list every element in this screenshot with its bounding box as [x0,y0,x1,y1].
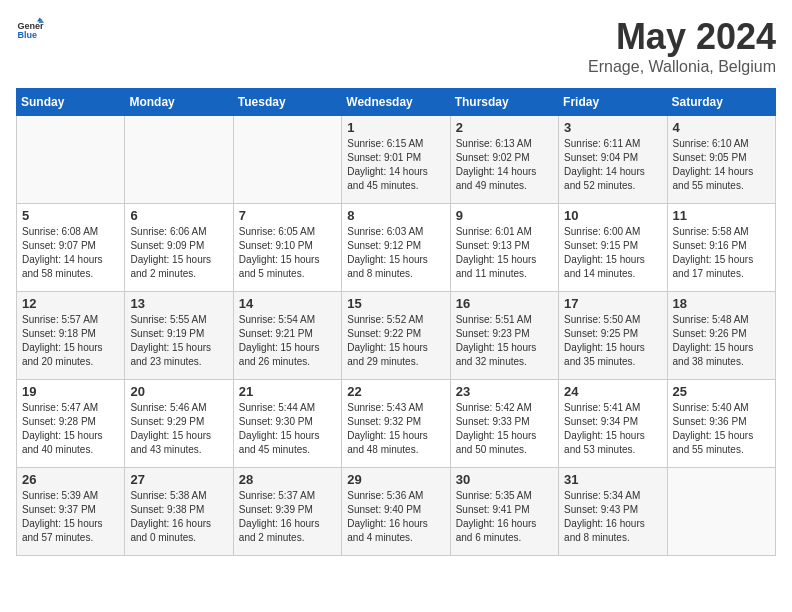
day-info: Sunrise: 6:15 AM Sunset: 9:01 PM Dayligh… [347,137,444,193]
calendar-day-cell: 24Sunrise: 5:41 AM Sunset: 9:34 PM Dayli… [559,380,667,468]
calendar-week-row: 26Sunrise: 5:39 AM Sunset: 9:37 PM Dayli… [17,468,776,556]
day-number: 15 [347,296,444,311]
calendar-day-cell: 2Sunrise: 6:13 AM Sunset: 9:02 PM Daylig… [450,116,558,204]
day-info: Sunrise: 6:10 AM Sunset: 9:05 PM Dayligh… [673,137,770,193]
day-info: Sunrise: 5:43 AM Sunset: 9:32 PM Dayligh… [347,401,444,457]
day-info: Sunrise: 6:08 AM Sunset: 9:07 PM Dayligh… [22,225,119,281]
day-number: 31 [564,472,661,487]
logo: General Blue [16,16,44,44]
weekday-header-row: SundayMondayTuesdayWednesdayThursdayFrid… [17,89,776,116]
calendar-day-cell: 19Sunrise: 5:47 AM Sunset: 9:28 PM Dayli… [17,380,125,468]
day-info: Sunrise: 5:58 AM Sunset: 9:16 PM Dayligh… [673,225,770,281]
day-number: 28 [239,472,336,487]
weekday-header-tuesday: Tuesday [233,89,341,116]
day-info: Sunrise: 6:01 AM Sunset: 9:13 PM Dayligh… [456,225,553,281]
calendar-day-cell [125,116,233,204]
day-info: Sunrise: 5:46 AM Sunset: 9:29 PM Dayligh… [130,401,227,457]
calendar-day-cell: 31Sunrise: 5:34 AM Sunset: 9:43 PM Dayli… [559,468,667,556]
day-info: Sunrise: 5:35 AM Sunset: 9:41 PM Dayligh… [456,489,553,545]
day-number: 6 [130,208,227,223]
day-number: 30 [456,472,553,487]
day-info: Sunrise: 5:54 AM Sunset: 9:21 PM Dayligh… [239,313,336,369]
calendar-day-cell: 27Sunrise: 5:38 AM Sunset: 9:38 PM Dayli… [125,468,233,556]
calendar-week-row: 19Sunrise: 5:47 AM Sunset: 9:28 PM Dayli… [17,380,776,468]
day-info: Sunrise: 5:36 AM Sunset: 9:40 PM Dayligh… [347,489,444,545]
calendar-day-cell: 7Sunrise: 6:05 AM Sunset: 9:10 PM Daylig… [233,204,341,292]
day-number: 11 [673,208,770,223]
day-info: Sunrise: 6:06 AM Sunset: 9:09 PM Dayligh… [130,225,227,281]
calendar-day-cell: 28Sunrise: 5:37 AM Sunset: 9:39 PM Dayli… [233,468,341,556]
calendar-week-row: 5Sunrise: 6:08 AM Sunset: 9:07 PM Daylig… [17,204,776,292]
day-number: 10 [564,208,661,223]
calendar-day-cell: 23Sunrise: 5:42 AM Sunset: 9:33 PM Dayli… [450,380,558,468]
calendar-day-cell: 13Sunrise: 5:55 AM Sunset: 9:19 PM Dayli… [125,292,233,380]
calendar-day-cell: 12Sunrise: 5:57 AM Sunset: 9:18 PM Dayli… [17,292,125,380]
calendar-day-cell: 1Sunrise: 6:15 AM Sunset: 9:01 PM Daylig… [342,116,450,204]
calendar-day-cell: 20Sunrise: 5:46 AM Sunset: 9:29 PM Dayli… [125,380,233,468]
calendar-week-row: 12Sunrise: 5:57 AM Sunset: 9:18 PM Dayli… [17,292,776,380]
day-info: Sunrise: 5:38 AM Sunset: 9:38 PM Dayligh… [130,489,227,545]
logo-icon: General Blue [16,16,44,44]
calendar-day-cell: 26Sunrise: 5:39 AM Sunset: 9:37 PM Dayli… [17,468,125,556]
calendar-day-cell: 22Sunrise: 5:43 AM Sunset: 9:32 PM Dayli… [342,380,450,468]
day-info: Sunrise: 5:51 AM Sunset: 9:23 PM Dayligh… [456,313,553,369]
calendar-day-cell [667,468,775,556]
day-number: 24 [564,384,661,399]
day-number: 27 [130,472,227,487]
day-info: Sunrise: 5:57 AM Sunset: 9:18 PM Dayligh… [22,313,119,369]
day-number: 13 [130,296,227,311]
day-number: 29 [347,472,444,487]
day-number: 18 [673,296,770,311]
day-number: 23 [456,384,553,399]
calendar-day-cell: 14Sunrise: 5:54 AM Sunset: 9:21 PM Dayli… [233,292,341,380]
calendar-day-cell: 30Sunrise: 5:35 AM Sunset: 9:41 PM Dayli… [450,468,558,556]
day-number: 4 [673,120,770,135]
day-info: Sunrise: 6:03 AM Sunset: 9:12 PM Dayligh… [347,225,444,281]
day-info: Sunrise: 5:55 AM Sunset: 9:19 PM Dayligh… [130,313,227,369]
calendar-day-cell: 6Sunrise: 6:06 AM Sunset: 9:09 PM Daylig… [125,204,233,292]
day-number: 8 [347,208,444,223]
calendar-day-cell: 16Sunrise: 5:51 AM Sunset: 9:23 PM Dayli… [450,292,558,380]
weekday-header-wednesday: Wednesday [342,89,450,116]
day-number: 14 [239,296,336,311]
calendar-day-cell: 18Sunrise: 5:48 AM Sunset: 9:26 PM Dayli… [667,292,775,380]
calendar-table: SundayMondayTuesdayWednesdayThursdayFrid… [16,88,776,556]
day-number: 3 [564,120,661,135]
calendar-day-cell: 29Sunrise: 5:36 AM Sunset: 9:40 PM Dayli… [342,468,450,556]
day-number: 5 [22,208,119,223]
weekday-header-thursday: Thursday [450,89,558,116]
day-number: 1 [347,120,444,135]
calendar-day-cell: 21Sunrise: 5:44 AM Sunset: 9:30 PM Dayli… [233,380,341,468]
day-number: 26 [22,472,119,487]
title-section: May 2024 Ernage, Wallonia, Belgium [588,16,776,76]
weekday-header-friday: Friday [559,89,667,116]
day-info: Sunrise: 5:40 AM Sunset: 9:36 PM Dayligh… [673,401,770,457]
calendar-day-cell: 11Sunrise: 5:58 AM Sunset: 9:16 PM Dayli… [667,204,775,292]
day-number: 21 [239,384,336,399]
day-info: Sunrise: 5:50 AM Sunset: 9:25 PM Dayligh… [564,313,661,369]
weekday-header-saturday: Saturday [667,89,775,116]
day-number: 17 [564,296,661,311]
calendar-day-cell: 5Sunrise: 6:08 AM Sunset: 9:07 PM Daylig… [17,204,125,292]
calendar-day-cell: 10Sunrise: 6:00 AM Sunset: 9:15 PM Dayli… [559,204,667,292]
weekday-header-monday: Monday [125,89,233,116]
day-info: Sunrise: 5:42 AM Sunset: 9:33 PM Dayligh… [456,401,553,457]
day-info: Sunrise: 6:00 AM Sunset: 9:15 PM Dayligh… [564,225,661,281]
day-info: Sunrise: 5:52 AM Sunset: 9:22 PM Dayligh… [347,313,444,369]
day-number: 12 [22,296,119,311]
calendar-day-cell: 4Sunrise: 6:10 AM Sunset: 9:05 PM Daylig… [667,116,775,204]
day-info: Sunrise: 5:39 AM Sunset: 9:37 PM Dayligh… [22,489,119,545]
calendar-day-cell: 8Sunrise: 6:03 AM Sunset: 9:12 PM Daylig… [342,204,450,292]
day-number: 7 [239,208,336,223]
calendar-day-cell [233,116,341,204]
calendar-day-cell: 15Sunrise: 5:52 AM Sunset: 9:22 PM Dayli… [342,292,450,380]
day-number: 20 [130,384,227,399]
day-info: Sunrise: 5:34 AM Sunset: 9:43 PM Dayligh… [564,489,661,545]
day-number: 9 [456,208,553,223]
calendar-day-cell: 17Sunrise: 5:50 AM Sunset: 9:25 PM Dayli… [559,292,667,380]
day-number: 22 [347,384,444,399]
month-year-title: May 2024 [588,16,776,58]
calendar-day-cell: 9Sunrise: 6:01 AM Sunset: 9:13 PM Daylig… [450,204,558,292]
day-number: 2 [456,120,553,135]
calendar-day-cell [17,116,125,204]
